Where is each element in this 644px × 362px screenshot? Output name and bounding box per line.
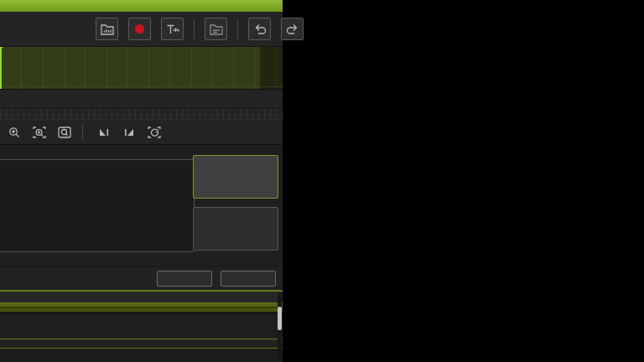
footer-buttons: [0, 266, 283, 290]
zoom-selection-button[interactable]: [29, 123, 50, 142]
frame-tick-strip: [0, 108, 283, 119]
description-textbox[interactable]: [0, 159, 195, 252]
update-selected-button[interactable]: [193, 207, 278, 251]
redo-button[interactable]: [281, 18, 304, 40]
timeline-viseme-track: [0, 339, 283, 349]
timeline-panel: [0, 290, 283, 362]
zoom-fit-button[interactable]: [54, 123, 75, 142]
word-track-top: [0, 89, 283, 108]
magnifier-plus-icon: [8, 126, 21, 139]
view-toolbar-separator: [82, 124, 83, 141]
magnifier-bracket-icon: [32, 126, 47, 139]
undo-button[interactable]: [248, 18, 271, 40]
undo-arrow-icon: [252, 22, 267, 37]
set-range-end-button[interactable]: [118, 123, 140, 142]
bar-triangle-icon: [122, 126, 136, 139]
set-range-start-button[interactable]: [93, 123, 115, 142]
dialog-titlebar[interactable]: [0, 0, 283, 12]
loop-icon: [147, 126, 162, 139]
record-button[interactable]: [128, 18, 151, 40]
scrollbar-thumb[interactable]: [278, 307, 282, 330]
triangle-bar-icon: [97, 126, 111, 139]
waveform-ruler: [0, 47, 283, 57]
text-wave-icon: [165, 22, 180, 37]
viseme-preview-grid: [283, 0, 644, 362]
magnifier-box-icon: [57, 126, 72, 139]
import-script-button[interactable]: [205, 18, 227, 40]
cancel-button[interactable]: [221, 271, 276, 287]
acculips-app: [0, 0, 644, 362]
toolbar-separator: [194, 19, 195, 39]
text-to-speech-button[interactable]: [161, 18, 184, 40]
waveform-bars: [0, 57, 283, 87]
acculips-dialog: [0, 0, 283, 362]
toolbar-separator: [237, 19, 238, 39]
timeline-audio-track[interactable]: [0, 303, 283, 312]
timeline-scrollbar[interactable]: [278, 293, 282, 360]
zoom-in-button[interactable]: [3, 123, 25, 142]
description-section: [0, 144, 283, 266]
align-button[interactable]: [193, 155, 278, 199]
main-toolbar: [0, 12, 283, 47]
toolbar-buttons: [96, 18, 314, 40]
import-audio-button[interactable]: [96, 18, 118, 40]
folder-text-icon: [209, 22, 224, 37]
folder-wave-icon: [100, 22, 115, 37]
timeline-header-row: [0, 292, 283, 303]
apply-button[interactable]: [157, 271, 212, 287]
timeline-word-track: [0, 314, 283, 339]
redo-arrow-icon: [285, 22, 300, 37]
view-toolbar: [0, 119, 283, 144]
loop-playback-button[interactable]: [143, 123, 165, 142]
record-dot-icon: [135, 24, 144, 34]
audio-waveform[interactable]: [0, 47, 283, 89]
playhead-marker[interactable]: [0, 47, 2, 89]
